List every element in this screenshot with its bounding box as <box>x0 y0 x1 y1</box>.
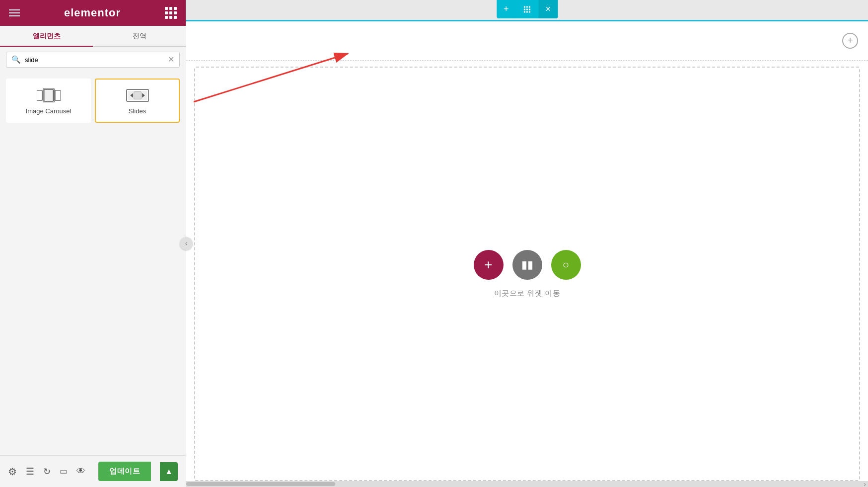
canvas-close-button[interactable]: × <box>539 0 558 18</box>
folder-icon: ▮▮ <box>521 258 533 271</box>
layers-icon[interactable]: ☰ <box>26 466 34 477</box>
widget-slides[interactable]: Slides <box>95 79 180 123</box>
grid-dots-icon <box>523 5 532 14</box>
search-icon: 🔍 <box>11 55 21 64</box>
add-section-button[interactable]: + <box>842 33 858 49</box>
tab-elements[interactable]: 엘리먼츠 <box>0 26 93 46</box>
svg-point-15 <box>526 11 528 13</box>
svg-point-10 <box>529 6 531 8</box>
search-input[interactable] <box>25 56 164 64</box>
canvas-grid-button[interactable] <box>516 1 539 18</box>
elementor-logo: elementor <box>64 6 121 19</box>
svg-point-12 <box>526 8 528 10</box>
history-icon[interactable]: ↻ <box>43 466 51 477</box>
svg-point-11 <box>524 8 526 10</box>
image-carousel-label: Image Carousel <box>26 107 72 115</box>
drop-action-icons: + ▮▮ ○ <box>474 250 581 280</box>
svg-point-9 <box>526 6 528 8</box>
canvas-top-bar: + × <box>497 0 558 18</box>
plus-icon: + <box>484 257 492 273</box>
svg-point-13 <box>529 8 531 10</box>
drop-label: 이곳으로 위젯 이동 <box>494 289 560 298</box>
image-carousel-icon <box>37 88 61 102</box>
widget-grid: Image Carousel Slides <box>0 73 186 455</box>
svg-rect-0 <box>37 90 42 100</box>
canvas-content: + + ▮▮ ○ 이곳으로 위젯 이동 <box>186 20 868 487</box>
sidebar-header: elementor <box>0 0 186 26</box>
update-arrow-button[interactable]: ▲ <box>160 462 178 481</box>
slides-label: Slides <box>129 107 146 115</box>
svg-point-8 <box>524 6 526 8</box>
grid-icon[interactable] <box>165 7 177 19</box>
svg-rect-7 <box>134 92 141 99</box>
svg-point-14 <box>524 11 526 13</box>
sidebar: elementor 엘리먼츠 전역 🔍 ✕ Ima <box>0 0 186 487</box>
add-section-icon: + <box>847 35 853 46</box>
responsive-icon[interactable]: ▭ <box>60 466 68 477</box>
preview-icon[interactable]: 👁 <box>76 466 85 477</box>
search-bar: 🔍 ✕ <box>0 47 186 73</box>
clear-search-button[interactable]: ✕ <box>168 56 174 64</box>
sidebar-collapse-button[interactable]: ‹ <box>180 237 193 250</box>
widget-image-carousel[interactable]: Image Carousel <box>6 79 91 123</box>
leaf-icon: ○ <box>563 258 569 271</box>
add-section-template-button[interactable]: ▮▮ <box>512 250 542 280</box>
add-widget-button[interactable]: + <box>474 250 504 280</box>
svg-point-16 <box>529 11 531 13</box>
svg-rect-3 <box>44 89 53 101</box>
canvas: + × + <box>186 0 868 487</box>
add-template-button[interactable]: ○ <box>551 250 581 280</box>
update-button[interactable]: 업데이트 <box>98 462 151 481</box>
tab-global[interactable]: 전역 <box>93 26 186 46</box>
canvas-section-top: + <box>186 21 868 61</box>
canvas-drop-zone: + ▮▮ ○ 이곳으로 위젯 이동 <box>194 67 860 481</box>
canvas-scrollbar-thumb[interactable] <box>186 482 335 486</box>
canvas-scroll-right-button[interactable]: › <box>864 480 868 487</box>
slides-icon <box>126 88 149 102</box>
canvas-add-button[interactable]: + <box>497 0 516 18</box>
canvas-scrollbar[interactable]: › <box>186 481 868 487</box>
settings-icon[interactable]: ⚙ <box>8 466 17 478</box>
sidebar-bottom-toolbar: ⚙ ☰ ↻ ▭ 👁 업데이트 ▲ <box>0 455 186 487</box>
svg-rect-2 <box>55 90 60 100</box>
sidebar-tabs: 엘리먼츠 전역 <box>0 26 186 47</box>
hamburger-menu-button[interactable] <box>9 9 20 16</box>
